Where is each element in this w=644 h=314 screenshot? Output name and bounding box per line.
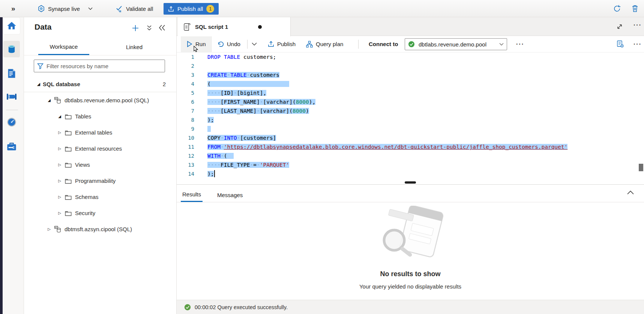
- database-icon: [54, 97, 62, 104]
- chevron-expanded-icon[interactable]: ◢: [47, 98, 52, 102]
- collapse-panel-icon[interactable]: [158, 24, 166, 31]
- empty-results-illustration: [371, 206, 450, 266]
- query-plan-button[interactable]: Query plan: [306, 36, 343, 52]
- script-properties-icon[interactable]: [616, 36, 624, 52]
- tab-messages[interactable]: Messages: [216, 188, 244, 202]
- chevron-collapsed-icon[interactable]: ▷: [57, 195, 62, 199]
- chevron-expanded-icon[interactable]: ◢: [36, 82, 41, 86]
- database-icon: [54, 226, 62, 233]
- tree-item-programmability[interactable]: ▷Programmability: [24, 173, 176, 189]
- code-line-11[interactable]: 11FROM·'https://dbtlabsynapsedatalake.bl…: [177, 142, 644, 151]
- chevron-collapsed-icon[interactable]: ▷: [57, 211, 62, 215]
- query-plan-icon: [306, 41, 313, 48]
- code-line-10[interactable]: 10COPY·INTO·[customers]: [177, 133, 644, 142]
- sidebar-item-home[interactable]: [3, 18, 20, 34]
- tab-more-actions-icon[interactable]: ···: [633, 22, 642, 28]
- tree-item-schemas[interactable]: ▷Schemas: [24, 189, 176, 205]
- line-number: 11: [177, 142, 194, 151]
- editor-scrollbar-thumb[interactable]: [639, 164, 643, 171]
- folder-icon: [65, 177, 72, 185]
- tree-item-tables[interactable]: ◢Tables: [24, 108, 176, 124]
- code-line-5[interactable]: 5····[ID]·[bigint],: [177, 88, 644, 97]
- validate-all-button[interactable]: Validate all: [116, 0, 153, 17]
- undo-button[interactable]: Undo: [217, 36, 240, 52]
- code-line-4[interactable]: 4(: [177, 79, 644, 88]
- expand-editor-icon[interactable]: [616, 23, 623, 30]
- pool-selector-dropdown[interactable]: dbtlabs.revenue.demo.pool: [405, 38, 507, 50]
- code-line-8[interactable]: 8);: [177, 115, 644, 124]
- chevron-collapsed-icon[interactable]: ▷: [47, 227, 52, 231]
- publish-button[interactable]: Publish: [268, 36, 296, 52]
- line-number: 1: [177, 52, 194, 61]
- undo-icon: [217, 41, 224, 48]
- code-line-2[interactable]: 2: [177, 61, 644, 70]
- code-line-7[interactable]: 7····[LAST_NAME]·[varchar](8000): [177, 106, 644, 115]
- code-line-content: CREATE·TABLE·customers: [207, 70, 279, 79]
- tree-item-dbtmsft-azsyn-cipool-sql[interactable]: ▷dbtmsft.azsyn.cipool (SQL): [24, 221, 176, 237]
- run-options-dropdown[interactable]: [252, 36, 257, 52]
- code-line-content: ····FILE_TYPE·=·'PARQUET': [207, 160, 289, 169]
- tree-item-label: Views: [75, 161, 90, 168]
- develop-icon: [7, 68, 17, 79]
- chevron-collapsed-icon[interactable]: ▷: [57, 179, 62, 183]
- expand-menu-icon[interactable]: »: [11, 0, 15, 17]
- sql-code-editor[interactable]: 1DROP TABLE customers;23CREATE·TABLE·cus…: [177, 52, 644, 182]
- code-line-content: COPY·INTO·[customers]: [207, 133, 276, 142]
- add-resource-icon[interactable]: [131, 24, 140, 32]
- results-panel: Results Messages: [177, 185, 644, 300]
- collapse-results-icon[interactable]: [627, 190, 634, 195]
- tree-item-external-tables[interactable]: ▷External tables: [24, 124, 176, 141]
- chevron-expanded-icon[interactable]: ◢: [57, 114, 62, 118]
- manage-icon: [6, 142, 17, 152]
- publish-all-button[interactable]: Publish all 1: [164, 3, 219, 15]
- tab-workspace[interactable]: Workspace: [38, 39, 89, 55]
- code-line-14[interactable]: 14);: [177, 169, 644, 178]
- collapse-all-icon[interactable]: [146, 25, 152, 31]
- sql-script-icon: [183, 23, 191, 31]
- resource-tree: ◢SQL database2◢dbtlabs.revenue.demo.pool…: [24, 76, 176, 237]
- code-line-12[interactable]: 12WITH·(: [177, 151, 644, 160]
- data-icon: [6, 44, 17, 54]
- chevron-down-icon: [88, 7, 93, 10]
- tab-sql-script-1[interactable]: SQL script 1: [178, 17, 291, 36]
- discard-all-icon[interactable]: [631, 4, 639, 13]
- code-line-content: FROM·'https://dbtlabsynapsedatalake.blob…: [207, 142, 567, 151]
- filter-funnel-icon: [37, 63, 44, 69]
- tree-item-security[interactable]: ▷Security: [24, 205, 176, 221]
- environment-switcher[interactable]: Synapse live: [38, 0, 93, 17]
- tab-linked[interactable]: Linked: [117, 39, 152, 55]
- sidebar-item-data[interactable]: [3, 41, 20, 57]
- success-check-icon: [184, 304, 191, 311]
- tree-item-external-resources[interactable]: ▷External resources: [24, 141, 176, 157]
- sidebar-item-integrate[interactable]: [3, 88, 20, 105]
- code-line-13[interactable]: 13····FILE_TYPE·=·'PARQUET': [177, 160, 644, 169]
- sidebar-item-develop[interactable]: [3, 65, 20, 82]
- refresh-icon[interactable]: [613, 4, 621, 13]
- line-number: 9: [177, 124, 194, 133]
- splitter-handle[interactable]: [405, 181, 416, 184]
- chevron-collapsed-icon[interactable]: ▷: [57, 163, 62, 167]
- publish-icon: [168, 6, 174, 12]
- code-line-9[interactable]: 9: [177, 124, 644, 133]
- tree-item-sql-database[interactable]: ◢SQL database2: [24, 76, 176, 92]
- tab-results[interactable]: Results: [181, 188, 203, 202]
- tree-item-views[interactable]: ▷Views: [24, 157, 176, 173]
- line-number: 7: [177, 106, 194, 115]
- chevron-collapsed-icon[interactable]: ▷: [57, 147, 62, 151]
- sidebar-item-monitor[interactable]: [3, 114, 20, 130]
- chevron-collapsed-icon[interactable]: ▷: [57, 130, 62, 135]
- toolbar-more-icon[interactable]: ···: [516, 36, 524, 52]
- empty-state-title: No results to show: [177, 270, 644, 278]
- toolbar-more-right-icon[interactable]: ···: [633, 36, 642, 52]
- code-line-1[interactable]: 1DROP TABLE customers;: [177, 52, 644, 61]
- filter-resources-input[interactable]: [47, 63, 162, 69]
- code-line-6[interactable]: 6····[FIRST_NAME]·[varchar](8000),: [177, 97, 644, 106]
- sidebar-item-manage[interactable]: [3, 139, 20, 155]
- tree-item-dbtlabs-revenue-demo-pool-sql[interactable]: ◢dbtlabs.revenue.demo.pool (SQL): [24, 92, 176, 108]
- code-line-3[interactable]: 3CREATE·TABLE·customers: [177, 70, 644, 79]
- validate-label: Validate all: [126, 6, 153, 12]
- no-results-empty-state: No results to show Your query yielded no…: [177, 206, 644, 290]
- chevron-down-icon: [499, 43, 504, 46]
- data-explorer-panel: Data Workspace Linked ◢SQL database2◢dbt…: [24, 17, 177, 314]
- rail-divider: [6, 110, 18, 110]
